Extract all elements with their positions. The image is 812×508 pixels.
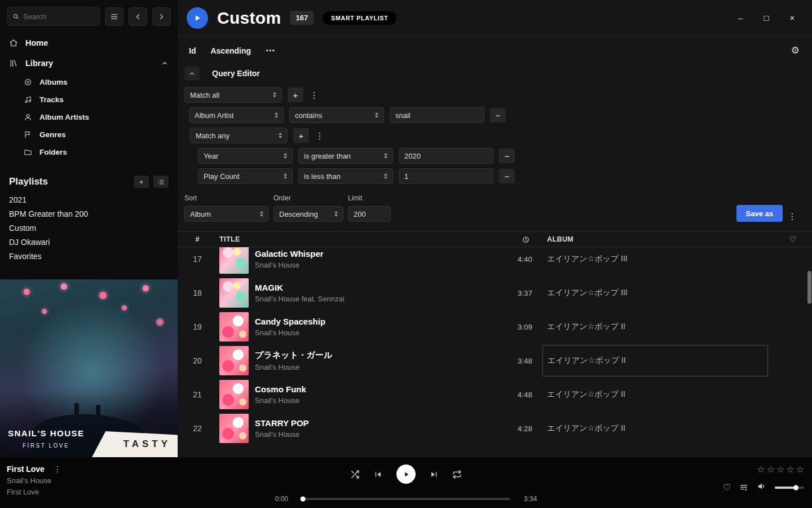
- search-input[interactable]: [23, 12, 94, 21]
- remove-rule-button[interactable]: −: [490, 108, 506, 122]
- window-minimize-button[interactable]: –: [734, 11, 747, 25]
- sidebar: Home Library Albums Tracks Album Artists…: [0, 0, 178, 457]
- limit-input[interactable]: [348, 206, 391, 222]
- group-menu-button[interactable]: ⋮: [315, 130, 325, 141]
- query-editor-collapse-button[interactable]: [184, 67, 200, 80]
- artist-icon: [24, 113, 32, 121]
- library-collapse[interactable]: [161, 59, 169, 67]
- track-artist: Snail's House feat. Sennzai: [255, 295, 345, 303]
- settings-gear-icon[interactable]: ⚙: [791, 45, 800, 56]
- group-rule-value-input[interactable]: [399, 148, 493, 164]
- group-add-rule-button[interactable]: +: [293, 128, 309, 143]
- playlist-list-button[interactable]: [153, 176, 169, 188]
- table-row[interactable]: 19 Candy Spaceship Snail's House 3:09 エイ…: [178, 310, 812, 344]
- search-icon: [12, 12, 19, 20]
- column-favorite[interactable]: ♡: [789, 235, 797, 244]
- sidebar-item-album-artists[interactable]: Album Artists: [0, 108, 178, 126]
- player-bar: First Love ⋮ Snail's House First Love 0:…: [0, 457, 812, 508]
- star-icon[interactable]: ☆: [767, 464, 775, 475]
- menu-button[interactable]: [105, 7, 123, 26]
- track-title: プラネット・ガール: [255, 350, 332, 361]
- home-icon: [9, 38, 18, 47]
- group-rule-field-select[interactable]: Year: [198, 148, 293, 164]
- sidebar-item-genres[interactable]: Genres: [0, 126, 178, 143]
- volume-button[interactable]: [757, 481, 766, 493]
- root-match-select[interactable]: Match all: [184, 87, 282, 103]
- group-rule-field-select[interactable]: Play Count: [198, 168, 293, 184]
- track-album: エイリアン☆ポップ II: [538, 322, 780, 332]
- now-playing-menu-button[interactable]: ⋮: [54, 465, 61, 474]
- sidebar-item-home[interactable]: Home: [0, 33, 178, 53]
- cover-artist-text: SNAIL'S HOUSE: [8, 428, 85, 438]
- playlist-item-2021[interactable]: 2021: [0, 192, 178, 207]
- sidebar-item-albums[interactable]: Albums: [0, 73, 178, 91]
- next-track-button[interactable]: [430, 470, 438, 479]
- sidebar-item-folders[interactable]: Folders: [0, 143, 178, 161]
- queue-list-icon: [739, 483, 748, 492]
- focused-album-cell[interactable]: エイリアン☆ポップ II: [542, 345, 768, 376]
- seek-thumb[interactable]: [301, 497, 306, 502]
- table-row[interactable]: 17 Galactic Whisper Snail's House 4:40 エ…: [178, 247, 812, 276]
- nav-forward-button[interactable]: [152, 7, 171, 26]
- add-playlist-button[interactable]: +: [134, 176, 149, 188]
- group-rule-operator-select[interactable]: is less than: [298, 168, 393, 184]
- scrollbar-thumb[interactable]: [807, 271, 811, 304]
- playlist-item-bpm[interactable]: BPM Greater than 200: [0, 207, 178, 221]
- volume-slider[interactable]: [775, 487, 804, 489]
- column-index[interactable]: #: [184, 235, 210, 243]
- previous-track-button[interactable]: [374, 470, 382, 479]
- sort-direction-control[interactable]: Ascending: [210, 46, 251, 55]
- remove-rule-button[interactable]: −: [499, 148, 515, 163]
- add-rule-button[interactable]: +: [288, 87, 303, 102]
- table-row[interactable]: 18 MAGIK Snail's House feat. Sennzai 3:3…: [178, 276, 812, 310]
- volume-thumb[interactable]: [793, 485, 798, 490]
- rule-field-select[interactable]: Album Artist: [189, 107, 284, 123]
- window-close-button[interactable]: ×: [786, 11, 798, 25]
- remove-rule-button[interactable]: −: [499, 169, 515, 183]
- seek-bar[interactable]: [302, 498, 510, 500]
- play-playlist-button[interactable]: [187, 7, 208, 29]
- playlist-item-custom[interactable]: Custom: [0, 221, 178, 235]
- window-maximize-button[interactable]: □: [760, 11, 773, 25]
- playlist-item-dj-okawari[interactable]: DJ Okawari: [0, 235, 178, 249]
- sort-field-control[interactable]: Id: [189, 46, 196, 55]
- group-rule-operator-select[interactable]: is greater than: [298, 148, 393, 164]
- sidebar-item-tracks[interactable]: Tracks: [0, 91, 178, 108]
- sort-select[interactable]: Album: [184, 206, 269, 222]
- now-playing-album[interactable]: First Love: [7, 488, 61, 496]
- track-count-badge: 167: [290, 11, 314, 25]
- table-row[interactable]: 21 Cosmo Funk Snail's House 4:48 エイリアン☆ポ…: [178, 378, 812, 411]
- order-select[interactable]: Descending: [273, 206, 343, 222]
- star-icon[interactable]: ☆: [786, 464, 794, 475]
- window-controls: – □ ×: [734, 11, 803, 25]
- star-icon[interactable]: ☆: [757, 464, 765, 475]
- now-playing-title[interactable]: First Love: [7, 465, 45, 474]
- repeat-button[interactable]: [452, 470, 462, 479]
- more-options-button[interactable]: ⋯: [266, 45, 275, 56]
- shuffle-button[interactable]: [350, 470, 360, 479]
- table-row[interactable]: 20 プラネット・ガール Snail's House 3:48 エイリアン☆ポッ…: [178, 344, 812, 378]
- table-row[interactable]: 22 STARRY POP Snail's House 4:28 エイリアン☆ポ…: [178, 411, 812, 445]
- rule-group-menu-button[interactable]: ⋮: [309, 90, 319, 100]
- favorite-heart-icon[interactable]: ♡: [723, 482, 731, 493]
- rule-operator-select[interactable]: contains: [289, 107, 384, 123]
- playlist-item-favorites[interactable]: Favorites: [0, 249, 178, 263]
- star-icon[interactable]: ☆: [776, 464, 784, 475]
- save-as-button[interactable]: Save as: [736, 205, 783, 222]
- group-match-select[interactable]: Match any: [190, 128, 288, 143]
- save-menu-button[interactable]: ⋮: [787, 211, 797, 222]
- now-playing-artist[interactable]: Snail's House: [7, 476, 61, 485]
- star-icon[interactable]: ☆: [796, 464, 804, 475]
- group-rule-value-input[interactable]: [399, 168, 493, 184]
- column-title[interactable]: TITLE: [210, 235, 487, 243]
- sidebar-item-library[interactable]: Library: [0, 53, 178, 73]
- rule-value-input[interactable]: [390, 107, 484, 123]
- column-album[interactable]: ALBUM: [538, 235, 780, 243]
- play-pause-button[interactable]: [396, 465, 416, 484]
- search-box[interactable]: [7, 7, 100, 26]
- queue-button[interactable]: [739, 483, 748, 492]
- library-icon: [9, 59, 18, 68]
- select-caret-icon: [279, 173, 287, 179]
- nav-back-button[interactable]: [129, 7, 147, 26]
- column-duration[interactable]: [522, 235, 538, 244]
